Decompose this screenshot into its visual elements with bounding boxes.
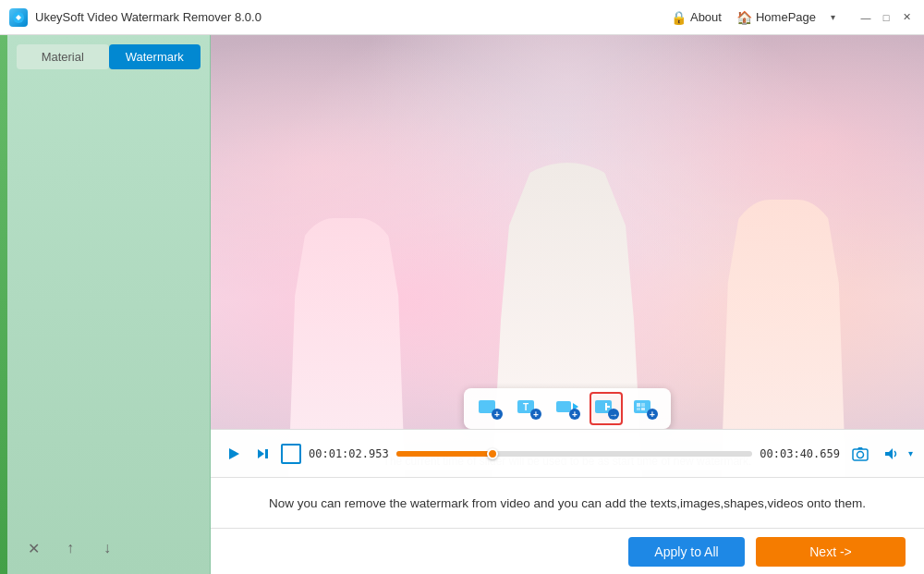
step-icon — [256, 446, 271, 461]
material-tab[interactable]: Material — [17, 44, 109, 69]
step-forward-button[interactable] — [253, 444, 274, 464]
homepage-label: HomePage — [756, 10, 816, 24]
svg-rect-18 — [637, 403, 640, 407]
video-container: + T + — [211, 35, 924, 477]
progress-fill — [396, 451, 492, 457]
svg-text:+: + — [533, 409, 539, 420]
sidebar-list — [7, 79, 210, 531]
volume-icon — [883, 446, 898, 461]
sidebar-actions: ✕ ↑ ↓ — [7, 531, 210, 565]
minimize-button[interactable]: — — [857, 9, 874, 26]
progress-bar[interactable] — [396, 451, 753, 457]
svg-marker-29 — [885, 448, 893, 459]
move-up-button[interactable]: ↑ — [59, 537, 81, 559]
svg-rect-8 — [556, 401, 571, 412]
title-bar: UkeySoft Video Watermark Remover 8.0.0 🔒… — [0, 0, 924, 35]
apply-to-all-button[interactable]: Apply to All — [628, 537, 745, 567]
delete-button[interactable]: ✕ — [22, 537, 44, 559]
add-media-icon: + — [477, 396, 503, 421]
stop-button[interactable] — [281, 444, 301, 464]
title-right: 🔒 About 🏠 HomePage ▾ — □ ✕ — [671, 9, 915, 26]
toolbar-overlay: + T + — [464, 388, 671, 429]
svg-text:+: + — [650, 409, 655, 420]
dropdown-icon[interactable]: ▾ — [831, 12, 835, 22]
info-message: Now you can remove the watermark from vi… — [269, 496, 866, 510]
left-accent — [0, 35, 7, 574]
window-controls: — □ ✕ — [857, 9, 915, 26]
add-media-button[interactable]: + — [473, 392, 506, 425]
app-title: UkeySoft Video Watermark Remover 8.0.0 — [35, 10, 261, 24]
svg-text:+: + — [572, 409, 578, 420]
app-icon — [9, 8, 28, 27]
maximize-button[interactable]: □ — [878, 9, 894, 26]
watermark-tab[interactable]: Watermark — [109, 44, 201, 69]
svg-rect-19 — [641, 403, 645, 407]
title-left: UkeySoft Video Watermark Remover 8.0.0 — [9, 8, 261, 27]
svg-text:→: → — [609, 409, 618, 420]
volume-dropdown[interactable]: ▾ — [908, 448, 913, 458]
add-video-button[interactable]: + — [551, 392, 584, 425]
end-time: 00:03:40.659 — [760, 447, 840, 460]
svg-text:T: T — [523, 402, 529, 412]
sidebar-tabs: Material Watermark — [17, 44, 201, 69]
svg-marker-25 — [258, 449, 264, 458]
svg-point-28 — [857, 451, 864, 458]
volume-button[interactable] — [881, 444, 901, 464]
sidebar: Material Watermark ✕ ↑ ↓ — [7, 35, 211, 574]
video-controls: 00:01:02.953 00:03:40.659 — [211, 429, 924, 477]
camera-icon — [851, 445, 869, 463]
add-text-button[interactable]: T + — [512, 392, 545, 425]
svg-rect-20 — [637, 408, 640, 410]
svg-rect-21 — [641, 408, 645, 410]
set-time-button[interactable]: → — [590, 392, 623, 425]
bottom-bar: Apply to All Next -> — [211, 528, 924, 574]
play-icon — [226, 446, 241, 461]
home-icon: 🏠 — [736, 10, 752, 25]
next-button[interactable]: Next -> — [756, 537, 906, 567]
lock-icon: 🔒 — [671, 10, 687, 25]
svg-text:+: + — [494, 409, 500, 420]
main-layout: Material Watermark ✕ ↑ ↓ — [0, 35, 924, 574]
svg-marker-24 — [229, 448, 239, 459]
set-time-icon: → — [593, 396, 619, 421]
add-video-icon: + — [554, 396, 580, 421]
move-down-button[interactable]: ↓ — [96, 537, 118, 559]
info-bar: Now you can remove the watermark from vi… — [211, 477, 924, 528]
content-area: + T + — [211, 35, 924, 574]
about-label: About — [690, 10, 722, 24]
homepage-link[interactable]: 🏠 HomePage — [736, 10, 816, 25]
mosaic-icon: + — [632, 396, 658, 421]
play-button[interactable] — [222, 442, 246, 466]
screenshot-button[interactable] — [847, 441, 873, 467]
add-text-icon: T + — [516, 396, 541, 421]
mosaic-button[interactable]: + — [628, 392, 662, 425]
close-button[interactable]: ✕ — [898, 9, 915, 26]
progress-thumb — [487, 448, 498, 459]
about-link[interactable]: 🔒 About — [671, 10, 722, 25]
current-time: 00:01:02.953 — [309, 447, 389, 460]
svg-rect-26 — [265, 449, 268, 458]
